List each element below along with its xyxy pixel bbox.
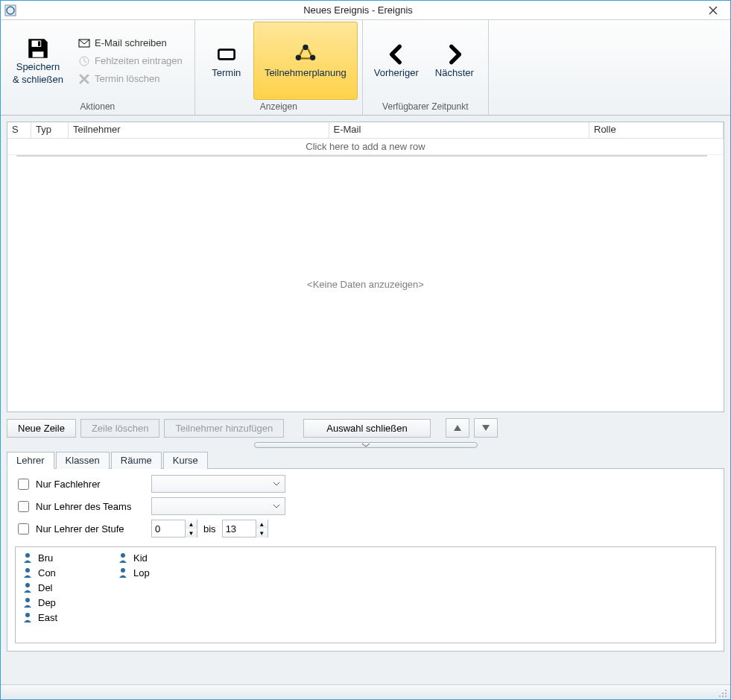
col-typ[interactable]: Typ [31,122,69,138]
svg-point-16 [121,553,125,558]
combo-fachlehrer[interactable] [151,475,285,493]
tabs-header: Lehrer Klassen Räume Kurse [7,451,724,469]
teacher-name: Con [38,567,56,578]
person-icon [22,581,34,593]
splitter[interactable] [7,441,724,450]
spin-up-icon[interactable]: ▲ [256,520,268,529]
col-email[interactable]: E-Mail [329,122,590,138]
chevron-down-icon [361,443,370,447]
email-write-label: E-Mail schreiben [95,37,167,48]
chk-stufe[interactable]: Nur Lehrer der Stufe [15,521,145,537]
svg-point-9 [296,55,301,60]
chk-stufe-input[interactable] [18,523,29,535]
col-teilnehmer[interactable]: Teilnehmer [69,122,329,138]
stufe-to-spinner[interactable]: ▲▼ [222,520,268,537]
teacher-name: Kid [133,552,148,564]
tab-raeume[interactable]: Räume [111,452,162,469]
grid-buttons-row: Neue Zeile Zeile löschen Teilnehmer hinz… [7,412,724,441]
save-close-button[interactable]: Speichern & schließen [5,22,71,100]
ribbon-group-zeitpunkt-label: Verfügbarer Zeitpunkt [363,101,488,115]
content-area: S Typ Teilnehmer E-Mail Rolle Click here… [1,116,730,684]
teacher-name: Bru [38,552,53,564]
chevron-right-icon [442,42,467,67]
teacher-name: Dep [38,597,56,608]
svg-point-14 [25,598,30,602]
tab-lehrer[interactable]: Lehrer [7,452,54,469]
delete-icon [78,73,90,85]
termin-label: Termin [212,67,241,79]
teacher-item[interactable]: Dep [22,596,57,608]
move-up-button[interactable] [446,418,469,438]
grid-empty: <Keine Daten anzuzeigen> [7,157,724,412]
previous-label: Vorheriger [374,67,419,79]
grid-new-row[interactable]: Click here to add a new row [7,139,724,155]
svg-point-17 [121,568,125,573]
mail-icon [78,37,90,49]
chk-stufe-label: Nur Lehrer der Stufe [36,523,124,535]
svg-point-13 [25,583,30,587]
save-close-label1: Speichern [16,61,60,73]
col-rolle[interactable]: Rolle [589,122,724,138]
close-selection-button[interactable]: Auswahl schließen [303,419,430,438]
col-s[interactable]: S [7,122,31,138]
chevron-down-icon [273,482,280,486]
person-icon [22,567,34,578]
teacher-item[interactable]: Bru [22,552,57,564]
teacher-item[interactable]: Con [22,567,57,578]
teacher-item[interactable]: Lop [117,567,150,578]
grid-header: S Typ Teilnehmer E-Mail Rolle [7,122,724,139]
stufe-to-input[interactable] [223,523,256,535]
chk-team[interactable]: Nur Lehrer des Teams [15,499,145,514]
chk-fachlehrer-input[interactable] [18,479,29,490]
close-button[interactable] [696,1,730,20]
delete-row-button: Zeile löschen [80,419,160,438]
combo-team[interactable] [151,497,285,515]
person-icon [117,552,129,564]
svg-point-22 [722,696,724,697]
chk-team-label: Nur Lehrer des Teams [36,501,131,512]
svg-point-23 [725,696,727,697]
spin-up-icon[interactable]: ▲ [185,520,197,529]
resize-grip-icon[interactable] [717,687,727,698]
teacher-item[interactable]: Kid [117,552,150,564]
absence-button: Fehlzeiten eintragen [75,52,186,70]
new-row-button[interactable]: Neue Zeile [7,419,76,438]
tab-klassen[interactable]: Klassen [56,452,110,469]
app-icon [1,4,20,16]
stufe-from-spinner[interactable]: ▲▼ [151,520,197,537]
svg-rect-4 [38,42,40,46]
email-write-button[interactable]: E-Mail schreiben [75,34,186,52]
svg-point-19 [722,693,724,694]
spin-down-icon[interactable]: ▼ [185,529,197,537]
teacher-item[interactable]: East [22,611,57,623]
chk-fachlehrer-label: Nur Fachlehrer [36,479,101,490]
person-icon [22,596,34,608]
ribbon-group-zeitpunkt: Vorheriger Nächster Verfügbarer Zeitpunk… [363,20,489,115]
move-down-button[interactable] [474,418,498,438]
spin-down-icon[interactable]: ▼ [256,529,268,537]
svg-rect-3 [33,52,44,57]
window-icon [214,42,239,67]
svg-point-21 [719,696,721,697]
add-participant-button: Teilnehmer hinzufügen [164,419,284,438]
stufe-from-input[interactable] [152,523,185,535]
svg-point-12 [25,568,30,573]
tab-kurse[interactable]: Kurse [163,452,208,469]
chk-fachlehrer[interactable]: Nur Fachlehrer [15,476,145,492]
svg-point-18 [725,690,727,691]
teacher-item[interactable]: Del [22,581,57,593]
group-icon [293,42,318,67]
ribbon-group-anzeigen: Termin Teilnehmerplanung Anzeigen [195,20,363,115]
ribbon-group-aktionen-label: Aktionen [1,101,194,115]
svg-point-10 [310,55,315,60]
triangle-down-icon [482,425,490,431]
participant-planning-button[interactable]: Teilnehmerplanung [253,22,358,100]
save-close-label2: & schließen [13,74,63,86]
status-bar [1,684,730,699]
next-button[interactable]: Nächster [425,22,484,100]
termin-button[interactable]: Termin [200,22,253,100]
selection-tabs: Lehrer Klassen Räume Kurse Nur Fachlehre… [7,451,724,652]
teacher-name: East [38,612,57,623]
chk-team-input[interactable] [18,501,29,512]
previous-button[interactable]: Vorheriger [367,22,425,100]
